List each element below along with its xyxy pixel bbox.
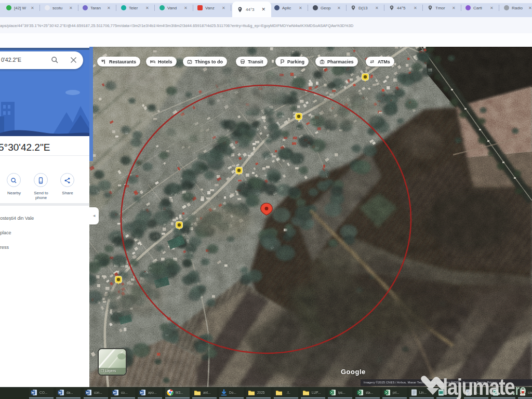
svg-text:lajumate: lajumate [443,374,515,399]
svg-text:.ro: .ro [512,382,526,397]
